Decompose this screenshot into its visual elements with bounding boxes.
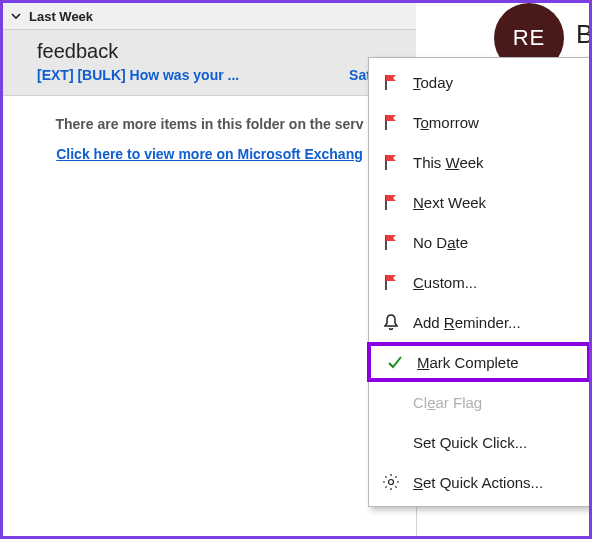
menu-next-week[interactable]: Next Week (369, 182, 589, 222)
group-header-last-week[interactable]: Last Week (3, 3, 416, 30)
bell-icon (381, 312, 401, 332)
chevron-down-icon (9, 9, 23, 23)
message-subject: [EXT] [BULK] How was your ... (37, 67, 239, 83)
menu-clear-flag: Clear Flag (369, 382, 589, 422)
flag-icon (381, 192, 401, 212)
more-items-text: There are more items in this folder on t… (17, 116, 402, 132)
menu-no-date[interactable]: No Date (369, 222, 589, 262)
menu-label: Custom... (413, 274, 477, 291)
flag-icon (381, 72, 401, 92)
view-more-link[interactable]: Click here to view more on Microsoft Exc… (56, 146, 363, 162)
flag-icon (381, 272, 401, 292)
menu-label: Clear Flag (413, 394, 482, 411)
menu-label: Add Reminder... (413, 314, 521, 331)
message-row[interactable]: feedback [EXT] [BULK] How was your ... S… (3, 30, 416, 96)
menu-label: Today (413, 74, 453, 91)
avatar-initials: RE (513, 25, 546, 51)
menu-this-week[interactable]: This Week (369, 142, 589, 182)
menu-label: Tomorrow (413, 114, 479, 131)
check-icon (385, 352, 405, 372)
app-frame: Last Week feedback [EXT] [BULK] How was … (0, 0, 592, 539)
flag-icon (381, 152, 401, 172)
message-list-pane: Last Week feedback [EXT] [BULK] How was … (3, 3, 417, 536)
menu-label: Set Quick Actions... (413, 474, 543, 491)
svg-point-0 (389, 480, 394, 485)
message-from: feedback (37, 40, 402, 63)
menu-label: Mark Complete (417, 354, 519, 371)
flag-icon (381, 232, 401, 252)
menu-label: Set Quick Click... (413, 434, 527, 451)
menu-label: This Week (413, 154, 484, 171)
menu-custom[interactable]: Custom... (369, 262, 589, 302)
gear-icon (381, 472, 401, 492)
menu-label: No Date (413, 234, 468, 251)
group-header-label: Last Week (29, 9, 93, 24)
flag-context-menu: Today Tomorrow This Week Next Week No Da (368, 57, 590, 507)
menu-set-quick-click[interactable]: Set Quick Click... (369, 422, 589, 462)
menu-today[interactable]: Today (369, 62, 589, 102)
menu-mark-complete[interactable]: Mark Complete (367, 342, 591, 382)
more-items-notice: There are more items in this folder on t… (3, 96, 416, 162)
sender-name-fragment: B (576, 19, 592, 50)
reading-pane-header: RE B (416, 3, 589, 59)
menu-tomorrow[interactable]: Tomorrow (369, 102, 589, 142)
menu-label: Next Week (413, 194, 486, 211)
menu-set-quick-actions[interactable]: Set Quick Actions... (369, 462, 589, 502)
flag-icon (381, 112, 401, 132)
menu-add-reminder[interactable]: Add Reminder... (369, 302, 589, 342)
